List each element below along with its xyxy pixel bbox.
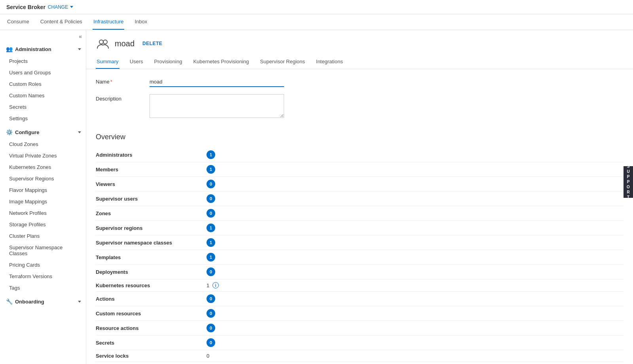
count-badge: 1 bbox=[207, 253, 215, 262]
sidebar-item-custom-names[interactable]: Custom Names bbox=[0, 90, 86, 101]
sidebar-item-users-groups[interactable]: Users and Groups bbox=[0, 67, 86, 78]
overview-row-value: 0 bbox=[207, 294, 215, 303]
overview-row-value: 1 bbox=[207, 150, 215, 159]
sidebar-item-cluster-plans[interactable]: Cluster Plans bbox=[0, 230, 86, 242]
sub-tab-supervisor-regions[interactable]: Supervisor Regions bbox=[259, 55, 305, 69]
collapse-icon: « bbox=[79, 33, 82, 40]
sidebar-section-header-administration[interactable]: 👥 Administration bbox=[0, 43, 86, 55]
overview-row-label: Service locks bbox=[96, 353, 207, 359]
required-asterisk: * bbox=[110, 79, 112, 85]
overview-row: Zones0 bbox=[96, 206, 624, 221]
sidebar-item-projects[interactable]: Projects bbox=[0, 55, 86, 67]
chevron-down-icon bbox=[70, 6, 73, 8]
sidebar-item-supervisor-regions[interactable]: Supervisor Regions bbox=[0, 173, 86, 184]
sidebar-item-flavor-mappings[interactable]: Flavor Mappings bbox=[0, 184, 86, 196]
sub-tab-kubernetes-provisioning[interactable]: Kubernetes Provisioning bbox=[192, 55, 250, 69]
sidebar-item-cloud-zones[interactable]: Cloud Zones bbox=[0, 138, 86, 150]
tab-content-policies[interactable]: Content & Policies bbox=[40, 14, 83, 30]
brand-name: Service Broker bbox=[6, 4, 45, 10]
sidebar-section-header-onboarding[interactable]: 🔧 Onboarding bbox=[0, 295, 86, 308]
overview-row: Pipelines resources0 bbox=[96, 362, 624, 364]
overview-row: Deployments0 bbox=[96, 265, 624, 279]
overview-row-value: 0 bbox=[207, 209, 215, 218]
support-tab[interactable]: SUPPORT bbox=[624, 166, 633, 198]
project-icon bbox=[96, 36, 110, 51]
overview-row-value: 0 bbox=[207, 180, 215, 188]
name-input[interactable] bbox=[150, 77, 284, 87]
people-icon: 👥 bbox=[6, 46, 13, 52]
sidebar-item-pricing-cards[interactable]: Pricing Cards bbox=[0, 259, 86, 271]
description-row: Description bbox=[96, 94, 624, 118]
count-badge: 1 bbox=[207, 238, 215, 247]
change-button[interactable]: CHANGE bbox=[48, 4, 73, 10]
name-label: Name* bbox=[96, 77, 143, 85]
overview-row-value: 1 bbox=[207, 165, 215, 174]
overview-row-value: 1 bbox=[207, 253, 215, 262]
sidebar-item-network-profiles[interactable]: Network Profiles bbox=[0, 207, 86, 219]
overview-row-label: Supervisor namespace classes bbox=[96, 240, 207, 246]
tab-inbox[interactable]: Inbox bbox=[134, 14, 148, 30]
sidebar-item-virtual-private-zones[interactable]: Virtual Private Zones bbox=[0, 150, 86, 161]
overview-row-value: 0 bbox=[207, 309, 215, 318]
overview-row: Templates1 bbox=[96, 250, 624, 265]
overview-row-value: 1 bbox=[207, 224, 215, 232]
sidebar-item-terraform-versions[interactable]: Terraform Versions bbox=[0, 271, 86, 282]
sub-tab-users[interactable]: Users bbox=[129, 55, 144, 69]
overview-row: Secrets0 bbox=[96, 336, 624, 350]
layout: « 👥 Administration Projects Users and Gr… bbox=[0, 30, 633, 364]
chevron-down-icon bbox=[78, 48, 81, 50]
tab-infrastructure[interactable]: Infrastructure bbox=[93, 14, 125, 30]
overview-row-label: Administrators bbox=[96, 152, 207, 158]
overview-row-label: Secrets bbox=[96, 340, 207, 346]
overview-row: Service locks0 bbox=[96, 350, 624, 362]
sub-tab-provisioning[interactable]: Provisioning bbox=[154, 55, 183, 69]
overview-row: Actions0 bbox=[96, 292, 624, 306]
overview-row-value: 0 bbox=[207, 324, 215, 332]
sidebar-section-onboarding: 🔧 Onboarding bbox=[0, 295, 86, 308]
gear-icon: ⚙️ bbox=[6, 129, 13, 135]
sidebar-item-storage-profiles[interactable]: Storage Profiles bbox=[0, 219, 86, 230]
overview-row-label: Zones bbox=[96, 210, 207, 216]
overview-row-label: Members bbox=[96, 167, 207, 173]
overview-row: Supervisor users0 bbox=[96, 191, 624, 206]
overview-row-label: Resource actions bbox=[96, 325, 207, 331]
delete-button[interactable]: DELETE bbox=[142, 41, 162, 46]
top-bar: Service Broker CHANGE bbox=[0, 0, 633, 14]
sub-tab-summary[interactable]: Summary bbox=[96, 55, 119, 69]
sidebar-item-supervisor-namespace-classes[interactable]: Supervisor Namespace Classes bbox=[0, 242, 86, 259]
overview-row: Viewers0 bbox=[96, 177, 624, 191]
info-icon[interactable]: i bbox=[212, 282, 219, 288]
sidebar-item-tags[interactable]: Tags bbox=[0, 282, 86, 294]
sidebar-item-kubernetes-zones[interactable]: Kubernetes Zones bbox=[0, 161, 86, 173]
count-badge: 0 bbox=[207, 194, 215, 203]
count-badge: 0 bbox=[207, 209, 215, 218]
count-badge: 1 bbox=[207, 150, 215, 159]
sidebar-section-header-configure[interactable]: ⚙️ Configure bbox=[0, 126, 86, 138]
count-badge: 0 bbox=[207, 267, 215, 276]
nav-tabs: Consume Content & Policies Infrastructur… bbox=[0, 14, 633, 30]
sidebar-item-image-mappings[interactable]: Image Mappings bbox=[0, 196, 86, 207]
overview-row-label: Deployments bbox=[96, 269, 207, 275]
form-area: Name* Description bbox=[86, 69, 633, 133]
description-input[interactable] bbox=[150, 94, 284, 118]
svg-point-0 bbox=[99, 40, 103, 44]
overview-row: Kubernetes resources1i bbox=[96, 279, 624, 292]
overview-row-label: Supervisor regions bbox=[96, 225, 207, 231]
sidebar-item-secrets[interactable]: Secrets bbox=[0, 101, 86, 113]
overview-row-label: Viewers bbox=[96, 181, 207, 187]
chevron-down-icon bbox=[78, 301, 81, 303]
overview-row-label: Actions bbox=[96, 296, 207, 302]
sub-tab-integrations[interactable]: Integrations bbox=[315, 55, 344, 69]
overview-row-value: 1 bbox=[207, 238, 215, 247]
overview-row: Members1 bbox=[96, 162, 624, 177]
collapse-button[interactable]: « bbox=[0, 30, 86, 43]
overview-row-label: Custom resources bbox=[96, 311, 207, 317]
sidebar-item-custom-roles[interactable]: Custom Roles bbox=[0, 78, 86, 90]
sidebar-item-settings[interactable]: Settings bbox=[0, 113, 86, 124]
main-content: moad DELETE Summary Users Provisioning K… bbox=[86, 30, 633, 364]
overview-row-value: 0 bbox=[207, 353, 209, 359]
project-name: moad bbox=[115, 39, 135, 48]
tab-consume[interactable]: Consume bbox=[6, 14, 30, 30]
overview-row: Custom resources0 bbox=[96, 306, 624, 321]
onboarding-icon: 🔧 bbox=[6, 298, 13, 305]
